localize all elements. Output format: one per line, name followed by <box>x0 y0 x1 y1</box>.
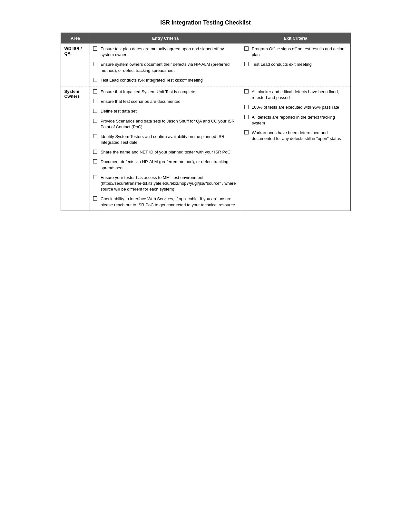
exit-criteria-cell: Program Office signs off on test results… <box>241 44 350 86</box>
item-text: Test Lead conducts exit meeting <box>252 62 312 67</box>
list-item: Share the name and NET ID of your planne… <box>93 149 238 155</box>
exit-criteria-cell: All blocker and critical defects have be… <box>241 86 350 211</box>
list-item: Check ability to interface Web Services,… <box>93 196 238 208</box>
table-header-row: Area Entry Criteria Exit Criteria <box>61 33 350 44</box>
checkbox-icon[interactable] <box>244 130 249 134</box>
list-item: Define test data set <box>93 108 238 114</box>
item-text: Program Office signs off on test results… <box>252 46 347 58</box>
item-text: Provide Scenarios and data sets to Jason… <box>101 118 238 130</box>
checkbox-icon[interactable] <box>93 46 97 51</box>
checkbox-icon[interactable] <box>93 89 97 94</box>
checkbox-icon[interactable] <box>244 89 249 94</box>
list-item: Ensure system owners document their defe… <box>93 62 238 73</box>
checkbox-icon[interactable] <box>244 46 249 51</box>
item-text: Ensure that Impacted System Unit Test is… <box>101 89 195 95</box>
list-item: Identify System Testers and confirm avai… <box>93 134 238 145</box>
list-item: Test Lead conducts ISR Integrated Test k… <box>93 77 238 83</box>
list-item: Ensure that test scenarios are documente… <box>93 99 238 104</box>
item-text: Share the name and NET ID of your planne… <box>101 149 230 155</box>
table-row: System OwnersEnsure that Impacted System… <box>61 86 350 211</box>
item-text: Ensure system owners document their defe… <box>101 62 238 73</box>
list-item: Test Lead conducts exit meeting <box>244 62 347 67</box>
entry-criteria-cell: Ensure test plan dates are mutually agre… <box>90 44 241 86</box>
item-text: Check ability to interface Web Services,… <box>101 196 238 208</box>
entry-criteria-cell: Ensure that Impacted System Unit Test is… <box>90 86 241 211</box>
page-title: ISR Integration Testing Checklist <box>61 19 351 26</box>
header-entry: Entry Criteria <box>90 33 241 44</box>
item-text: Ensure test plan dates are mutually agre… <box>101 46 238 58</box>
item-text: All blocker and critical defects have be… <box>252 89 347 101</box>
list-item: Ensure your tester has access to MFT tes… <box>93 175 238 192</box>
checkbox-icon[interactable] <box>93 196 97 201</box>
area-cell: WD ISR / QA <box>61 44 90 86</box>
item-text: Test Lead conducts ISR Integrated Test k… <box>101 77 203 83</box>
list-item: Provide Scenarios and data sets to Jason… <box>93 118 238 130</box>
checkbox-icon[interactable] <box>93 62 97 66</box>
checkbox-icon[interactable] <box>93 134 97 138</box>
checkbox-icon[interactable] <box>244 62 249 66</box>
list-item: Workarounds have been determined and doc… <box>244 130 347 142</box>
item-text: 100% of tests are executed with 95% pass… <box>252 104 339 110</box>
checkbox-icon[interactable] <box>93 99 97 103</box>
list-item: All blocker and critical defects have be… <box>244 89 347 101</box>
list-item: Program Office signs off on test results… <box>244 46 347 58</box>
header-exit: Exit Criteria <box>241 33 350 44</box>
checkbox-icon[interactable] <box>244 115 249 119</box>
checkbox-icon[interactable] <box>93 159 97 163</box>
item-text: Ensure your tester has access to MFT tes… <box>101 175 238 192</box>
item-text: Define test data set <box>101 108 137 114</box>
checklist-table: Area Entry Criteria Exit Criteria WD ISR… <box>61 33 351 211</box>
checkbox-icon[interactable] <box>93 109 97 113</box>
checkbox-icon[interactable] <box>244 105 249 109</box>
page-container: ISR Integration Testing Checklist Area E… <box>61 19 351 211</box>
item-text: Identify System Testers and confirm avai… <box>101 134 238 145</box>
list-item: Ensure that Impacted System Unit Test is… <box>93 89 238 95</box>
list-item: 100% of tests are executed with 95% pass… <box>244 104 347 110</box>
header-area: Area <box>61 33 90 44</box>
list-item: Ensure test plan dates are mutually agre… <box>93 46 238 58</box>
item-text: Workarounds have been determined and doc… <box>252 130 347 142</box>
area-cell: System Owners <box>61 86 90 211</box>
item-text: Ensure that test scenarios are documente… <box>101 99 181 104</box>
table-row: WD ISR / QAEnsure test plan dates are mu… <box>61 44 350 86</box>
item-text: All defects are reported in the defect t… <box>252 114 347 126</box>
list-item: All defects are reported in the defect t… <box>244 114 347 126</box>
checkbox-icon[interactable] <box>93 78 97 82</box>
checkbox-icon[interactable] <box>93 175 97 179</box>
checkbox-icon[interactable] <box>93 150 97 154</box>
item-text: Document defects via HP-ALM (preferred m… <box>101 159 238 171</box>
list-item: Document defects via HP-ALM (preferred m… <box>93 159 238 171</box>
checkbox-icon[interactable] <box>93 119 97 123</box>
